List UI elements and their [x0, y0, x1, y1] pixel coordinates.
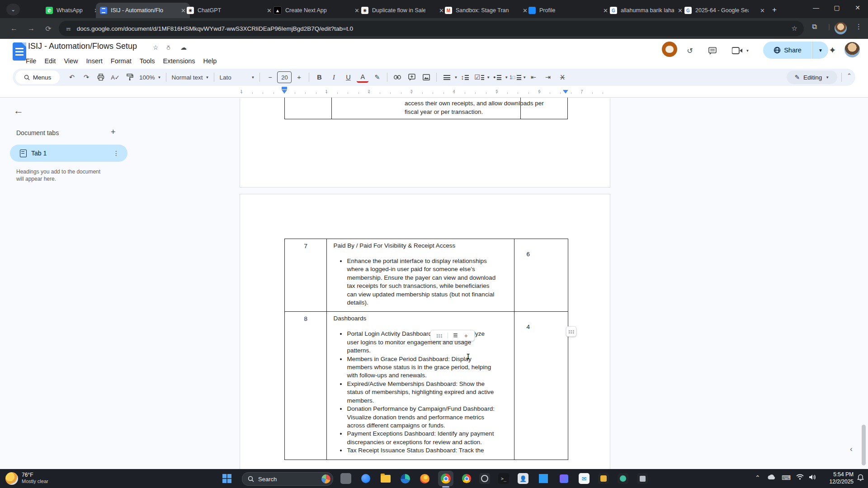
row-number-cell[interactable]: 7	[285, 239, 327, 312]
spellcheck-icon[interactable]: A✓	[109, 71, 121, 83]
contacts-icon[interactable]: 👤	[518, 473, 528, 484]
bulleted-list-dropdown-arrow[interactable]: ▼	[505, 75, 508, 80]
first-line-indent-marker[interactable]	[282, 87, 287, 89]
document-title[interactable]: ISIJ - Automation/Flows Setup	[28, 42, 137, 51]
pinned-app-icon[interactable]	[598, 473, 609, 484]
obs-icon[interactable]	[479, 473, 490, 484]
forward-icon[interactable]: →	[25, 23, 37, 34]
show-side-panel-chevron-icon[interactable]: ‹	[850, 445, 853, 454]
checklist-icon[interactable]: ☑	[473, 71, 485, 83]
tab-close-icon[interactable]: ✕	[756, 7, 765, 14]
add-comment-icon[interactable]	[406, 71, 418, 83]
tab-chatgpt[interactable]: ✳ ChatGPT ✕	[183, 3, 276, 18]
taskbar-clock[interactable]: 5:54 PM 12/2/2025	[819, 471, 854, 485]
page-url[interactable]: docs.google.com/document/d/1MF816HSMkqvW…	[77, 25, 353, 32]
numbered-list-icon[interactable]: 1⃒	[509, 71, 521, 83]
insert-image-icon[interactable]	[420, 71, 432, 83]
taskbar-search-box[interactable]: Search	[242, 472, 333, 486]
right-indent-marker[interactable]	[563, 90, 568, 94]
mail-icon[interactable]: ✉	[579, 473, 590, 484]
menu-format[interactable]: Format	[107, 56, 136, 66]
bullet-item[interactable]: Members in Grace Period Dashboard: Displ…	[347, 355, 509, 380]
menu-view[interactable]: View	[60, 56, 82, 66]
tab-isij-docs[interactable]: ISIJ - Automation/Flo ✕	[96, 3, 190, 18]
tab-google-search-1[interactable]: G allahumma barik laha ✕	[606, 3, 687, 18]
paint-format-icon[interactable]	[124, 71, 136, 83]
weather-desc[interactable]: Mostly clear	[22, 479, 48, 484]
tab-whatsapp[interactable]: ✆ WhatsApp ✕	[42, 3, 103, 18]
menu-tools[interactable]: Tools	[136, 56, 159, 66]
snipping-tool-icon[interactable]	[340, 473, 351, 484]
onedrive-icon[interactable]	[767, 474, 776, 481]
terminal-icon[interactable]: >_	[498, 473, 509, 484]
text-color-icon[interactable]: A	[357, 72, 368, 83]
redo-icon[interactable]: ↷	[80, 71, 92, 83]
document-tab-item[interactable]: Tab 1 ⋮	[10, 145, 127, 162]
extensions-icon[interactable]: ⧉	[812, 23, 817, 31]
messenger-icon[interactable]	[360, 473, 371, 484]
bookmark-star-icon[interactable]: ☆	[792, 24, 797, 33]
editing-mode-select[interactable]: ✎ Editing ▼	[787, 70, 837, 84]
decrease-indent-icon[interactable]: ⇤	[528, 71, 539, 83]
reload-icon[interactable]: ⟳	[42, 23, 54, 34]
volume-icon[interactable]	[809, 474, 816, 482]
browser-profile-avatar[interactable]	[835, 22, 847, 34]
bulleted-list-icon[interactable]: •	[491, 71, 503, 83]
share-dropdown-arrow[interactable]: ▼	[812, 42, 828, 59]
table-add-icon[interactable]: ＋	[463, 332, 469, 340]
menus-search-button[interactable]: Menus	[15, 70, 60, 84]
search-highlights-icon[interactable]	[321, 474, 330, 483]
clear-formatting-icon[interactable]: X	[557, 71, 568, 83]
edge-icon[interactable]	[400, 473, 410, 484]
notification-bell-icon[interactable]	[857, 474, 864, 483]
table-cell-text[interactable]: access their own receipts, and allow dow…	[405, 99, 554, 116]
table-continuation[interactable]: access their own receipts, and allow dow…	[284, 98, 568, 119]
close-outline-back-arrow[interactable]: ←	[14, 105, 24, 117]
start-button[interactable]	[222, 473, 232, 484]
tab-search-chevron-icon[interactable]: ⌄	[6, 4, 20, 15]
paragraph-style-select[interactable]: Normal text▼	[169, 74, 211, 81]
window-close-button[interactable]: ✕	[847, 0, 868, 15]
site-settings-icon[interactable]: ⚎	[66, 25, 71, 32]
bullet-item[interactable]: Tax Receipt Issuance Status Dashboard: T…	[347, 446, 509, 455]
bullet-item[interactable]: Expired/Active Memberships Dashboard: Sh…	[347, 380, 509, 405]
meet-video-call-icon[interactable]: ▼	[729, 42, 752, 60]
weather-icon[interactable]	[5, 472, 18, 485]
firefox-icon[interactable]	[419, 473, 430, 484]
vertical-scrollbar[interactable]	[862, 425, 866, 465]
zoom-select[interactable]: 100%▼	[137, 74, 163, 81]
weather-temp[interactable]: 76°F	[22, 472, 33, 478]
move-to-folder-icon[interactable]: ⛣	[166, 44, 170, 52]
address-bar[interactable]: ⚎ docs.google.com/document/d/1MF816HSMkq…	[59, 21, 804, 36]
account-avatar[interactable]	[844, 42, 860, 57]
vscode-icon[interactable]	[538, 473, 549, 484]
print-icon[interactable]	[95, 71, 107, 83]
decrease-font-size-button[interactable]: −	[264, 71, 276, 83]
chrome-profile-2-icon[interactable]	[461, 473, 472, 484]
table-drag-handle-icon[interactable]	[436, 334, 442, 338]
checklist-dropdown-arrow[interactable]: ▼	[486, 75, 490, 80]
tray-chevron-up-icon[interactable]: ⌃	[755, 474, 760, 481]
gemini-icon[interactable]: ✦	[829, 45, 836, 56]
window-maximize-button[interactable]: ▢	[826, 0, 847, 15]
line-spacing-icon[interactable]: ↕	[459, 71, 471, 83]
font-family-select[interactable]: Lato▼	[217, 74, 257, 81]
pinned-app-2-icon[interactable]	[618, 473, 628, 484]
tab-create-next-app[interactable]: ▲ Create Next App ✕	[269, 3, 363, 18]
table-align-icon[interactable]: ☰	[453, 333, 458, 338]
tab-google-search-2[interactable]: G 2025-64 - Google Sea ✕	[680, 3, 769, 18]
doc-page-1[interactable]: access their own receipts, and allow dow…	[240, 99, 610, 188]
menu-file[interactable]: File	[22, 56, 40, 66]
italic-icon[interactable]: I	[328, 71, 340, 83]
align-left-icon[interactable]	[441, 71, 453, 83]
tab-profile[interactable]: Profile ✕	[524, 3, 612, 18]
column-drag-handle[interactable]	[566, 326, 576, 337]
left-indent-marker[interactable]	[282, 90, 287, 94]
tab-duplicate-flow[interactable]: ✳ Duplicate flow in Sale ✕	[357, 3, 448, 18]
undo-icon[interactable]: ↶	[66, 71, 78, 83]
bullet-item[interactable]: Enhance the portal interface to display …	[347, 257, 509, 307]
hide-menus-chevron-icon[interactable]: ⌃	[847, 72, 852, 79]
collaborator-avatar[interactable]	[662, 42, 677, 57]
add-document-tab-button[interactable]: +	[111, 127, 116, 137]
media-player-icon[interactable]	[558, 473, 569, 484]
